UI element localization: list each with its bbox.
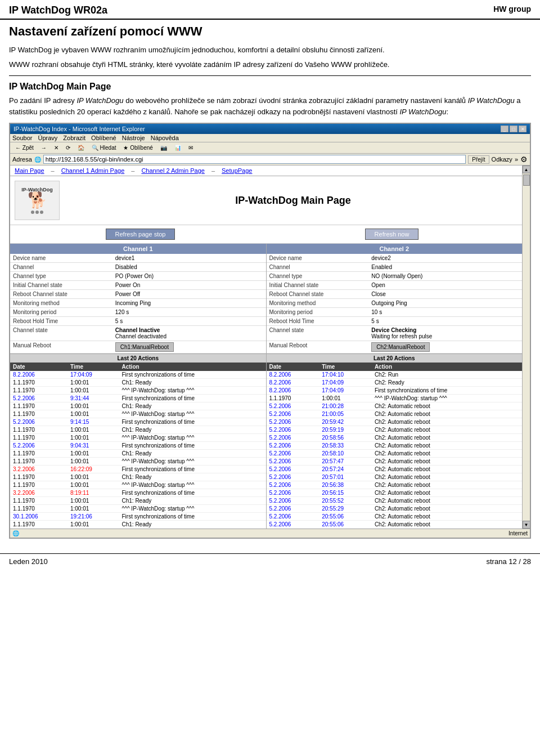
ch2-type-value: NO (Normally Open) [368, 272, 522, 281]
menu-upravy[interactable]: Úpravy [38, 135, 57, 141]
table-row: 5.2.2006 20:58:33 Ch2: Automatic reboot [267, 442, 523, 450]
minimize-button[interactable]: _ [501, 126, 508, 132]
table-row: 5.2.2006 20:56:15 Ch2: Automatic reboot [267, 489, 523, 497]
refresh-stop-button[interactable]: Refresh page stop [106, 229, 176, 240]
action-time: 20:58:33 [319, 442, 372, 450]
ch1-state-value: Channel Inactive Channel deactivated [112, 326, 266, 341]
action-time: 9:31:44 [68, 395, 119, 402]
action-desc: ^^^ IP-WatchDog: startup ^^^ [119, 481, 266, 489]
media-button[interactable]: 📷 [158, 144, 170, 152]
ch2-type-label: Channel type [267, 272, 369, 281]
action-time: 1:00:01 [68, 505, 119, 513]
ch1-state-bold: Channel Inactive [115, 327, 160, 333]
watchdog-page-title: IP-WatchDog Main Page [69, 195, 518, 207]
ch2-manual-reboot-button[interactable]: Ch2:ManualReboot [371, 342, 430, 352]
stop-button[interactable]: ✕ [51, 144, 61, 152]
arrow-icon: » [515, 156, 518, 163]
refresh-buttons-row: Refresh page stop Refresh now [10, 225, 522, 244]
maximize-button[interactable]: □ [510, 126, 518, 132]
action-time: 1:00:01 [68, 402, 119, 410]
ch1-device-name-value: device1 [112, 254, 266, 263]
action-date: 5.2.2006 [10, 395, 68, 402]
scroll-down-arrow[interactable]: ▼ [523, 521, 530, 529]
action-time: 17:04:09 [68, 371, 119, 379]
ch1-manual-reboot-button[interactable]: Ch1:ManualReboot [115, 342, 174, 352]
menu-oblibene[interactable]: Oblíbené [91, 135, 116, 141]
action-desc: First synchronizations of time [119, 395, 266, 402]
table-row: 5.2.2006 20:57:47 Ch2: Automatic reboot [267, 458, 523, 466]
ch2-actions-header: Last 20 Actions [267, 354, 523, 363]
table-row: 1.1.1970 1:00:01 Ch1: Ready [10, 450, 266, 458]
action-desc: Ch2: Automatic reboot [372, 434, 522, 442]
menu-napoveda[interactable]: Nápověda [151, 135, 179, 141]
table-row: 1.1.1970 1:00:01 ^^^ IP-WatchDog: startu… [10, 481, 266, 489]
table-row: Monitoring method Outgoing Ping [267, 299, 523, 308]
action-desc: First synchronizations of time [119, 418, 266, 426]
refresh-button[interactable]: ⟳ [63, 144, 73, 152]
address-input[interactable] [43, 155, 466, 164]
action-desc: First synchronizations of time [119, 442, 266, 450]
action-date: 5.2.2006 [267, 418, 320, 426]
table-row: Channel state Device Checking Waiting fo… [267, 326, 523, 341]
table-row: 5.2.2006 21:00:05 Ch2: Automatic reboot [267, 410, 523, 418]
intro-para-2: WWW rozhraní obsahuje čtyři HTML stránky… [9, 59, 531, 70]
home-button[interactable]: 🏠 [75, 144, 87, 152]
action-desc: Ch2: Automatic reboot [372, 442, 522, 450]
action-date: 5.2.2006 [267, 466, 320, 473]
table-row: 1.1.1970 1:00:01 Ch1: Ready [10, 497, 266, 505]
ch1-col-time: Time [68, 363, 119, 371]
ch1-col-date: Date [10, 363, 68, 371]
action-date: 5.2.2006 [267, 442, 320, 450]
favorites-button[interactable]: ★ Oblíbené [120, 144, 155, 152]
action-time: 20:55:29 [319, 505, 372, 513]
ch1-init-state-label: Initial Channel state [10, 281, 112, 290]
menu-soubor[interactable]: Soubor [12, 135, 32, 141]
menu-nastroje[interactable]: Nástroje [122, 135, 145, 141]
go-button[interactable]: Přejít [468, 155, 489, 164]
refresh-now-button[interactable]: Refresh now [365, 229, 419, 240]
status-icon: 🌐 [12, 530, 19, 536]
browser-window-controls: _ □ ✕ [501, 126, 526, 132]
action-time: 1:00:01 [68, 497, 119, 505]
action-date: 1.1.1970 [10, 426, 68, 434]
scroll-thumb[interactable] [523, 175, 530, 186]
scroll-up-arrow[interactable]: ▲ [523, 165, 530, 173]
action-date: 5.2.2006 [267, 505, 320, 513]
action-time: 1:00:01 [68, 481, 119, 489]
ch2-col-time: Time [319, 363, 372, 371]
table-row: 5.2.2006 20:55:06 Ch2: Automatic reboot [267, 513, 523, 521]
nav-sep-2: – [131, 167, 134, 174]
action-date: 5.2.2006 [267, 489, 320, 497]
action-time: 20:56:38 [319, 481, 372, 489]
action-desc: First synchronizations of time [119, 489, 266, 497]
action-desc: ^^^ IP-WatchDog: startup ^^^ [372, 395, 522, 402]
page-content: Nastavení zařízení pomocí WWW IP WatchDo… [0, 24, 540, 548]
search-button[interactable]: 🔍 Hledat [89, 144, 119, 152]
forward-button[interactable]: → [38, 144, 50, 152]
action-time: 20:59:42 [319, 418, 372, 426]
action-desc: Ch2: Automatic reboot [372, 481, 522, 489]
mail-button[interactable]: ✉ [186, 144, 196, 152]
ch2-col-date: Date [267, 363, 320, 371]
table-row: 5.2.2006 21:00:28 Ch2: Automatic reboot [267, 402, 523, 410]
history-button[interactable]: 📊 [172, 144, 184, 152]
nav-setup[interactable]: SetupPage [222, 167, 252, 174]
menu-zobrazit[interactable]: Zobrazit [63, 135, 86, 141]
nav-ch2-admin[interactable]: Channel 2 Admin Page [141, 167, 205, 174]
table-row: 5.2.2006 20:55:29 Ch2: Automatic reboot [267, 505, 523, 513]
browser-scrollbar[interactable]: ▲ ▼ [522, 165, 530, 529]
back-button[interactable]: ← Zpět [12, 144, 37, 152]
nav-main-page[interactable]: Main Page [15, 167, 44, 174]
table-row: Channel Enabled [267, 263, 523, 272]
close-button[interactable]: ✕ [519, 126, 526, 132]
ch2-actions-section: Last 20 Actions Date Time Action [267, 354, 523, 529]
nav-ch1-admin[interactable]: Channel 1 Admin Page [61, 167, 125, 174]
table-row: Reboot Hold Time 5 s [267, 317, 523, 326]
ch1-manual-value: Ch1:ManualReboot [112, 341, 266, 354]
browser-statusbar: 🌐 Internet [10, 529, 530, 538]
table-row: 3.2.2006 8:19:11 First synchronizations … [10, 489, 266, 497]
section-divider [9, 75, 531, 76]
ch1-type-label: Channel type [10, 272, 112, 281]
action-date: 3.2.2006 [10, 466, 68, 473]
table-row: Manual Reboot Ch1:ManualReboot [10, 341, 266, 354]
